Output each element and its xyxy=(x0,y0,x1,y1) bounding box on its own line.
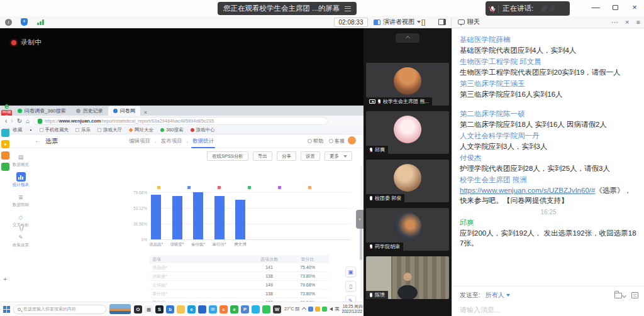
dock-app-icon[interactable] xyxy=(1,151,9,160)
taskbar-app-icon[interactable]: S xyxy=(155,305,164,313)
page-float-button[interactable]: ▣ xyxy=(345,266,356,277)
minimize-button[interactable]: — xyxy=(590,3,601,13)
dock-add-icon[interactable]: + xyxy=(3,275,7,283)
screenshot-button[interactable] xyxy=(631,292,638,298)
cell-option: 张晶晶* xyxy=(150,264,250,271)
muted-mic-icon xyxy=(491,6,494,11)
restore-button[interactable] xyxy=(613,5,618,10)
side-nav-收集设置[interactable]: ✎收集设置 xyxy=(11,232,30,248)
bookmark-item[interactable]: 手机收藏夹 xyxy=(40,127,69,133)
browser-tab[interactable]: 问卷网 xyxy=(108,106,140,116)
participant-tile[interactable]: 药学院胡康 xyxy=(366,208,449,251)
widgets-thumbnail[interactable] xyxy=(109,304,131,314)
chat-menu-icon[interactable]: ≡ xyxy=(636,16,640,28)
participant-tile[interactable]: 校团委 郭俊 xyxy=(366,160,449,202)
taskbar-app-icon[interactable]: e xyxy=(230,305,238,313)
tray-icon[interactable] xyxy=(315,307,320,312)
report-button-4[interactable]: 设置 xyxy=(301,151,320,161)
chat-message-list[interactable]: 基础医学院薛楠基础医学院代表团应到4人，实到4人生物医学工程学院 邱文晨生物医学… xyxy=(452,28,644,282)
side-nav-统计报表[interactable]: 统计报表 xyxy=(11,172,30,188)
security-shield-icon[interactable]: + xyxy=(21,18,28,26)
taskbar-app-icon[interactable] xyxy=(252,305,260,313)
back-arrow[interactable]: ← xyxy=(35,137,41,144)
taskbar-app-icon[interactable]: b xyxy=(166,305,174,313)
bookmark-item[interactable]: 乐乐 xyxy=(75,127,91,133)
breadcrumb-item[interactable]: 数据统计 xyxy=(192,138,214,147)
collapse-thumbnails-button[interactable] xyxy=(396,33,419,43)
chat-input[interactable]: 请输入消息... xyxy=(460,305,500,315)
file-transfer-button[interactable] xyxy=(614,293,626,298)
chat-panel-header: 聊天 xyxy=(458,16,480,28)
taskbar-app-icon[interactable]: W xyxy=(273,305,281,313)
bookmark-item[interactable]: 网址大全 xyxy=(129,127,153,133)
tab-close-icon[interactable]: × xyxy=(144,109,147,116)
taskbar-search[interactable]: 在这里输入你要搜索的内容 xyxy=(13,305,106,314)
page-scrollbar[interactable] xyxy=(360,166,363,298)
dock-app-icon[interactable] xyxy=(1,129,9,137)
url-bar[interactable]: https://www.wenjuan.com/report/statistic… xyxy=(33,117,328,125)
dock-app-icon[interactable] xyxy=(1,163,9,171)
info-icon[interactable]: i xyxy=(5,19,12,26)
chat-more-icon[interactable]: ⋯ xyxy=(611,16,618,28)
start-button[interactable] xyxy=(3,306,10,313)
close-button[interactable]: × xyxy=(629,3,640,13)
browser-tab[interactable]: 历史记录 xyxy=(71,106,108,116)
taskbar-app-icon[interactable]: ✉ xyxy=(209,305,217,313)
bookmark-item[interactable]: 游戏大厅 xyxy=(97,127,122,133)
report-button-5[interactable]: 更多 xyxy=(325,151,352,161)
cell-count: 141 xyxy=(250,265,288,270)
home-icon[interactable]: ⌂ xyxy=(26,117,30,124)
panel-collapse-handle[interactable]: ‹ xyxy=(356,210,364,229)
ime-indicator[interactable]: 英 xyxy=(335,306,340,312)
weather-label[interactable]: 27°C 阴 xyxy=(284,306,300,312)
tray-icon[interactable] xyxy=(308,307,313,312)
participant-tile[interactable]: 校学生会主席团 熊... xyxy=(366,63,449,106)
page-float-button[interactable]: ▯ xyxy=(345,281,356,291)
taskbar-app-icon[interactable]: P xyxy=(241,305,249,313)
bookmark-item[interactable]: 游戏中心 xyxy=(191,127,215,133)
meeting-toolbar: i + 02:08:33 演讲者视图 [ ] 聊天 ⋯ × ≡ xyxy=(0,16,644,28)
report-button-2[interactable]: 导出 xyxy=(253,151,272,161)
taskbar-app-icon[interactable]: ▦ xyxy=(145,305,153,313)
report-button-1[interactable]: 在线SPSS分析 xyxy=(207,151,248,161)
side-nav-数据明细[interactable]: ≣数据明细 xyxy=(11,192,30,208)
taskbar-app-icon[interactable]: e xyxy=(187,305,196,313)
tray-icon[interactable] xyxy=(322,307,327,312)
chat-close-icon[interactable]: × xyxy=(625,16,629,28)
taskbar-app-icon[interactable]: O xyxy=(134,305,142,313)
taskbar-app-icon[interactable]: c xyxy=(219,305,228,313)
taskbar-app-icon[interactable] xyxy=(177,305,185,313)
dock-app-icon[interactable]: ★ xyxy=(1,140,9,148)
avatar[interactable] xyxy=(348,136,356,144)
header-link[interactable]: 帮助 xyxy=(308,138,323,144)
breadcrumb: 编辑项目›发布项目›数据统计 xyxy=(129,138,214,147)
participant-label: 校学生会主席团 熊... xyxy=(366,97,432,106)
back-icon[interactable]: ‹ xyxy=(5,117,7,124)
taskbar-app-icon[interactable] xyxy=(262,305,270,313)
send-to-selector[interactable]: 所有人 xyxy=(486,291,510,300)
view-mode-selector[interactable]: 演讲者视图 xyxy=(374,16,421,28)
chat-link[interactable]: https://www.wenjuan.com/s/UZBZJvIn60/# xyxy=(460,187,595,194)
participant-tile[interactable]: 陈璞 xyxy=(366,256,449,299)
banner-menu-icon[interactable] xyxy=(345,6,351,11)
breadcrumb-item[interactable]: 发布项目 xyxy=(161,138,182,147)
taskbar-clock[interactable]: 16:25 周四 2022/12/22 xyxy=(342,304,363,314)
fullscreen-icon[interactable]: [ ] xyxy=(421,19,425,26)
taskbar-app-icon[interactable] xyxy=(198,305,206,313)
refresh-icon[interactable]: ↻ xyxy=(17,117,22,124)
tray-expand-icon[interactable] xyxy=(302,307,306,311)
header-link[interactable]: 客服 xyxy=(329,138,345,144)
bookmark-item[interactable]: 360搜索 xyxy=(160,127,184,133)
forward-icon[interactable]: › xyxy=(11,117,13,124)
side-nav-数据概览[interactable]: ▤数据概览 xyxy=(11,152,30,168)
participants-panel: 校学生会主席团 熊...邱爽校团委 郭俊药学院胡康陈璞 xyxy=(364,28,452,316)
breadcrumb-item[interactable]: 编辑项目 xyxy=(129,138,150,147)
view-layout-icon xyxy=(374,19,380,25)
participant-tile[interactable]: 邱爽 xyxy=(366,111,449,154)
network-signal-icon[interactable] xyxy=(37,19,44,25)
panel-layout-icon[interactable] xyxy=(438,19,446,25)
browser-tab[interactable]: 问卷调查_360搜索 xyxy=(13,106,71,116)
report-button-3[interactable]: 分享 xyxy=(277,151,296,161)
view-mode-label: 演讲者视图 xyxy=(383,18,414,26)
volume-icon[interactable] xyxy=(330,307,333,311)
